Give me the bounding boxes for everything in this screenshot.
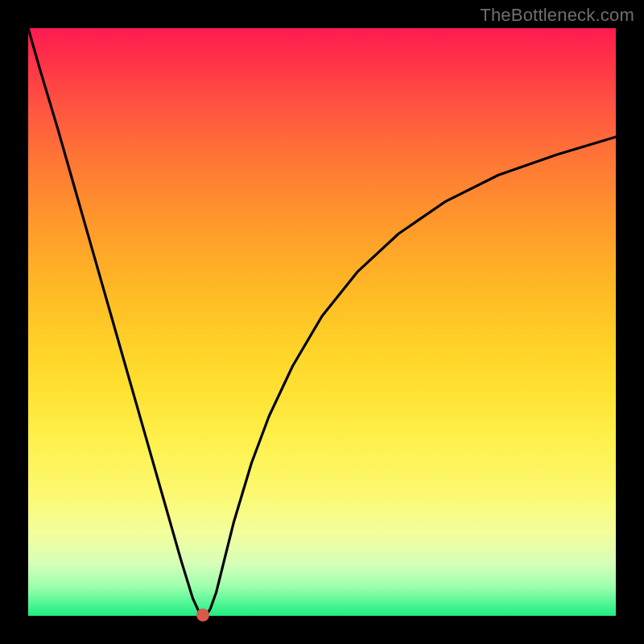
optimal-point-marker [196,609,209,621]
bottleneck-curve [28,28,616,616]
chart-frame: TheBottleneck.com [0,0,644,644]
watermark-text: TheBottleneck.com [480,5,634,26]
